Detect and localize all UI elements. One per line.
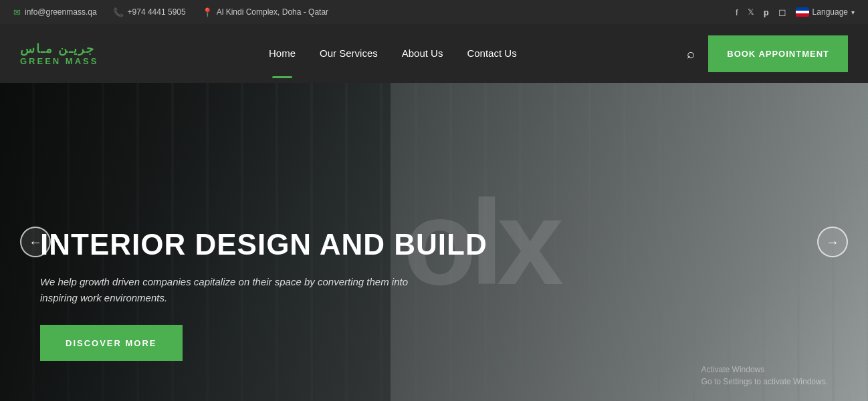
email-item: ✉ info@greenmass.qa (13, 7, 97, 17)
activate-windows-notice: Activate Windows Go to Settings to activ… (701, 364, 828, 388)
chevron-down-icon: ▾ (851, 9, 855, 16)
email-text: info@greenmass.qa (25, 7, 97, 17)
phone-text: +974 4441 5905 (128, 7, 186, 17)
nav-item-services[interactable]: Our Services (320, 47, 378, 59)
discover-more-button[interactable]: DISCOVER MORE (40, 325, 183, 361)
navbar: جريـن مـاس GREEN MASS Home Our Services … (0, 24, 868, 83)
top-bar-left: ✉ info@greenmass.qa 📞 +974 4441 5905 📍 A… (13, 7, 328, 17)
book-appointment-button[interactable]: BOOK APPOINTMENT (708, 35, 848, 72)
address-text: Al Kindi Complex, Doha - Qatar (217, 7, 328, 17)
carousel-prev-button[interactable]: ← (20, 227, 51, 257)
email-icon: ✉ (13, 7, 21, 17)
language-selector[interactable]: Language ▾ (796, 7, 855, 17)
hero-content: INTERIOR DESIGN AND BUILD We help growth… (40, 228, 487, 361)
logo-english: GREEN MASS (20, 56, 98, 66)
nav-item-about[interactable]: About Us (402, 47, 443, 59)
nav-right: ⌕ BOOK APPOINTMENT (687, 35, 848, 72)
pinterest-icon[interactable]: p (764, 7, 769, 17)
logo-arabic: جريـن مـاس (20, 41, 95, 56)
top-bar: ✉ info@greenmass.qa 📞 +974 4441 5905 📍 A… (0, 0, 868, 24)
activate-line2: Go to Settings to activate Windows. (701, 376, 828, 388)
hero-title: INTERIOR DESIGN AND BUILD (40, 228, 487, 262)
location-icon: 📍 (202, 7, 213, 17)
phone-icon: 📞 (113, 7, 124, 17)
arrow-right-icon: → (826, 235, 839, 250)
search-icon[interactable]: ⌕ (687, 46, 695, 61)
twitter-icon[interactable]: 𝕏 (748, 7, 754, 17)
arrow-left-icon: ← (29, 235, 42, 250)
address-item: 📍 Al Kindi Complex, Doha - Qatar (202, 7, 328, 17)
flag-icon (796, 7, 809, 17)
language-label: Language (812, 7, 848, 17)
activate-line1: Activate Windows (701, 364, 828, 376)
phone-item: 📞 +974 4441 5905 (113, 7, 186, 17)
nav-link-services[interactable]: Our Services (320, 47, 378, 59)
facebook-icon[interactable]: f (736, 7, 738, 17)
top-bar-right: f 𝕏 p ◻ Language ▾ (736, 7, 855, 17)
nav-link-contact[interactable]: Contact Us (467, 47, 516, 59)
nav-link-about[interactable]: About Us (402, 47, 443, 59)
hero-section: olx ← INTERIOR DESIGN AND BUILD We help … (0, 83, 868, 401)
nav-links: Home Our Services About Us Contact Us (269, 47, 517, 59)
nav-link-home[interactable]: Home (269, 47, 296, 59)
carousel-next-button[interactable]: → (817, 227, 848, 257)
hero-subtitle: We help growth driven companies capitali… (40, 274, 415, 306)
instagram-icon[interactable]: ◻ (778, 7, 786, 17)
logo[interactable]: جريـن مـاس GREEN MASS (20, 41, 98, 66)
nav-item-home[interactable]: Home (269, 47, 296, 59)
nav-item-contact[interactable]: Contact Us (467, 47, 516, 59)
